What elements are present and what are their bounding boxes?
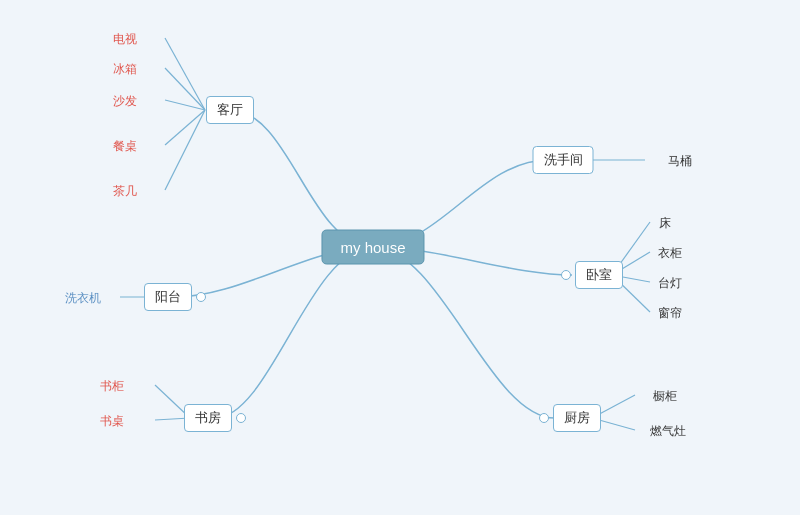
leaf-电视-label: 电视 xyxy=(113,32,137,46)
leaf-洗衣机-label: 洗衣机 xyxy=(65,291,101,305)
leaf-冰箱: 冰箱 xyxy=(113,59,137,78)
leaf-马桶-label: 马桶 xyxy=(668,154,692,168)
svg-line-4 xyxy=(165,110,205,190)
leaf-燃气灶-label: 燃气灶 xyxy=(650,424,686,438)
leaf-沙发: 沙发 xyxy=(113,91,137,110)
node-客厅-label: 客厅 xyxy=(206,96,254,124)
svg-line-3 xyxy=(165,110,205,145)
node-阳台: 阳台 xyxy=(144,283,206,311)
node-客厅: 客厅 xyxy=(206,96,254,124)
leaf-电视: 电视 xyxy=(113,29,137,48)
node-洗手间: 洗手间 xyxy=(533,146,594,174)
leaf-沙发-label: 沙发 xyxy=(113,94,137,108)
leaf-燃气灶: 燃气灶 xyxy=(650,421,686,440)
leaf-床-label: 床 xyxy=(659,216,671,230)
leaf-橱柜: 橱柜 xyxy=(653,386,677,405)
svg-line-1 xyxy=(165,68,205,110)
node-厨房: 厨房 xyxy=(539,404,601,432)
leaf-茶几-label: 茶几 xyxy=(113,184,137,198)
leaf-衣柜: 衣柜 xyxy=(658,243,682,262)
leaf-床: 床 xyxy=(659,213,671,232)
leaf-窗帘: 窗帘 xyxy=(658,303,682,322)
node-阳台-label: 阳台 xyxy=(144,283,192,311)
leaf-洗衣机: 洗衣机 xyxy=(65,288,101,307)
书房-circle xyxy=(236,413,246,423)
center-label: my house xyxy=(321,230,424,265)
svg-line-2 xyxy=(165,100,205,110)
leaf-餐桌: 餐桌 xyxy=(113,136,137,155)
node-卧室: 卧室 xyxy=(561,261,623,289)
leaf-窗帘-label: 窗帘 xyxy=(658,306,682,320)
leaf-台灯-label: 台灯 xyxy=(658,276,682,290)
node-书房: 书房 xyxy=(184,404,246,432)
leaf-书柜: 书柜 xyxy=(100,376,124,395)
leaf-书柜-label: 书柜 xyxy=(100,379,124,393)
leaf-橱柜-label: 橱柜 xyxy=(653,389,677,403)
leaf-台灯: 台灯 xyxy=(658,273,682,292)
leaf-书桌: 书桌 xyxy=(100,411,124,430)
leaf-冰箱-label: 冰箱 xyxy=(113,62,137,76)
center-node: my house xyxy=(321,230,424,265)
node-厨房-label: 厨房 xyxy=(553,404,601,432)
厨房-circle xyxy=(539,413,549,423)
leaf-马桶: 马桶 xyxy=(668,151,692,170)
阳台-circle xyxy=(196,292,206,302)
leaf-书桌-label: 书桌 xyxy=(100,414,124,428)
leaf-餐桌-label: 餐桌 xyxy=(113,139,137,153)
node-洗手间-label: 洗手间 xyxy=(533,146,594,174)
leaf-茶几: 茶几 xyxy=(113,181,137,200)
leaf-衣柜-label: 衣柜 xyxy=(658,246,682,260)
卧室-circle xyxy=(561,270,571,280)
node-卧室-label: 卧室 xyxy=(575,261,623,289)
svg-line-0 xyxy=(165,38,205,110)
node-书房-label: 书房 xyxy=(184,404,232,432)
